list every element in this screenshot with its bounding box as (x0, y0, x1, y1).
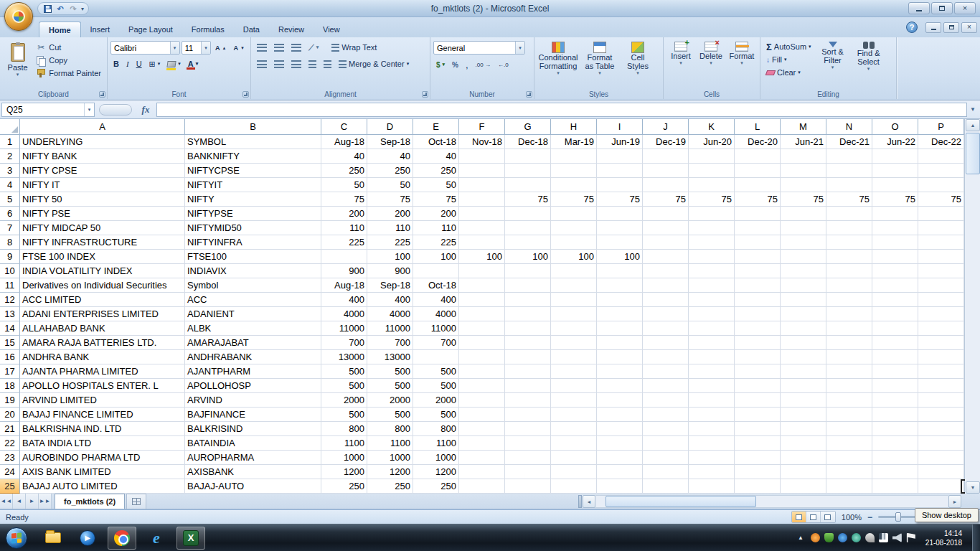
sheet-tab-fo-mktlots[interactable]: fo_mktlots (2) (55, 494, 125, 509)
cell-E1[interactable]: Oct-18 (413, 135, 459, 149)
cell-O12[interactable] (872, 293, 918, 307)
column-header-P[interactable]: P (918, 119, 964, 135)
cell-E22[interactable]: 1100 (413, 436, 459, 451)
cell-L23[interactable] (735, 451, 781, 465)
cell-B24[interactable]: AXISBANK (185, 465, 321, 479)
scroll-down-button[interactable]: ▼ (966, 481, 980, 494)
cell-L1[interactable]: Dec-20 (735, 135, 781, 149)
cell-K25[interactable] (689, 479, 735, 494)
horizontal-scroll-thumb[interactable] (606, 496, 756, 507)
cell-J10[interactable] (643, 264, 689, 278)
cell-F14[interactable] (459, 321, 505, 336)
cell-E9[interactable]: 100 (413, 250, 459, 264)
cell-F20[interactable] (459, 408, 505, 422)
cell-P21[interactable] (918, 422, 964, 436)
cell-P14[interactable] (918, 321, 964, 336)
cell-P1[interactable]: Dec-22 (918, 135, 964, 149)
cell-D9[interactable]: 100 (367, 250, 413, 264)
cell-A8[interactable]: NIFTY INFRASTRUCTURE (20, 235, 185, 250)
cell-J17[interactable] (643, 364, 689, 379)
cell-O3[interactable] (872, 164, 918, 178)
cell-I2[interactable] (597, 149, 643, 164)
cell-O20[interactable] (872, 408, 918, 422)
cell-E21[interactable]: 800 (413, 422, 459, 436)
cell-L3[interactable] (735, 164, 781, 178)
cell-C5[interactable]: 75 (321, 192, 367, 207)
cell-J2[interactable] (643, 149, 689, 164)
page-layout-view-button[interactable] (806, 512, 821, 522)
borders-button[interactable]: ⊞▾ (146, 57, 164, 70)
increase-decimal-button[interactable]: .00 → (473, 58, 494, 71)
cell-H6[interactable] (551, 207, 597, 221)
cell-D24[interactable]: 1200 (367, 465, 413, 479)
cell-P20[interactable] (918, 408, 964, 422)
cell-H22[interactable] (551, 436, 597, 451)
workbook-minimize-button[interactable] (925, 22, 941, 33)
cell-F6[interactable] (459, 207, 505, 221)
vertical-scrollbar[interactable]: ▲ ▼ (964, 119, 980, 494)
cell-L12[interactable] (735, 293, 781, 307)
cell-C6[interactable]: 200 (321, 207, 367, 221)
cell-C21[interactable]: 800 (321, 422, 367, 436)
cell-I18[interactable] (597, 379, 643, 393)
start-button[interactable] (6, 527, 27, 549)
cell-I23[interactable] (597, 451, 643, 465)
cell-C10[interactable]: 900 (321, 264, 367, 278)
cell-C3[interactable]: 250 (321, 164, 367, 178)
column-header-E[interactable]: E (413, 119, 459, 135)
increase-indent-button[interactable] (321, 57, 334, 70)
formula-bar-expand-button[interactable]: ▼ (967, 103, 979, 117)
column-header-L[interactable]: L (735, 119, 781, 135)
cell-G14[interactable] (505, 321, 551, 336)
cell-I21[interactable] (597, 422, 643, 436)
tab-home[interactable]: Home (39, 22, 81, 37)
taskbar-media-player-button[interactable]: ▶ (73, 527, 102, 550)
cell-O2[interactable] (872, 149, 918, 164)
cell-O15[interactable] (872, 336, 918, 350)
cell-B11[interactable]: Symbol (185, 278, 321, 293)
cell-H15[interactable] (551, 336, 597, 350)
alignment-dialog-launcher[interactable] (422, 91, 428, 98)
sort-filter-button[interactable]: Sort & Filter▾ (816, 39, 850, 88)
cell-G2[interactable] (505, 149, 551, 164)
cell-K12[interactable] (689, 293, 735, 307)
cell-H21[interactable] (551, 422, 597, 436)
update-tray-icon[interactable] (811, 533, 820, 542)
cell-I14[interactable] (597, 321, 643, 336)
cell-H20[interactable] (551, 408, 597, 422)
scroll-right-button[interactable]: ► (948, 495, 961, 508)
cell-A1[interactable]: UNDERLYING (20, 135, 185, 149)
cell-F12[interactable] (459, 293, 505, 307)
cell-O6[interactable] (872, 207, 918, 221)
cell-C9[interactable] (321, 250, 367, 264)
cell-G16[interactable] (505, 350, 551, 364)
cell-N12[interactable] (826, 293, 872, 307)
cell-D19[interactable]: 2000 (367, 393, 413, 408)
cell-K24[interactable] (689, 465, 735, 479)
cell-J24[interactable] (643, 465, 689, 479)
cell-B18[interactable]: APOLLOHOSP (185, 379, 321, 393)
cell-M3[interactable] (781, 164, 826, 178)
cell-K20[interactable] (689, 408, 735, 422)
cell-N1[interactable]: Dec-21 (826, 135, 872, 149)
cell-E11[interactable]: Oct-18 (413, 278, 459, 293)
cell-J6[interactable] (643, 207, 689, 221)
cell-M15[interactable] (781, 336, 826, 350)
cell-P8[interactable] (918, 235, 964, 250)
cell-G19[interactable] (505, 393, 551, 408)
zoom-slider-thumb[interactable] (895, 512, 901, 522)
cell-M9[interactable] (781, 250, 826, 264)
zoom-out-button[interactable]: − (867, 512, 872, 522)
column-header-D[interactable]: D (367, 119, 413, 135)
taskbar-clock[interactable]: 14:14 21-08-2018 (925, 529, 962, 547)
cell-C25[interactable]: 250 (321, 479, 367, 494)
align-left-button[interactable] (254, 57, 270, 70)
cell-G21[interactable] (505, 422, 551, 436)
cell-E6[interactable]: 200 (413, 207, 459, 221)
select-all-corner[interactable] (0, 119, 20, 135)
cell-N24[interactable] (826, 465, 872, 479)
cell-A16[interactable]: ANDHRA BANK (20, 350, 185, 364)
column-header-M[interactable]: M (781, 119, 826, 135)
row-header-6[interactable]: 6 (0, 207, 20, 221)
cell-G25[interactable] (505, 479, 551, 494)
